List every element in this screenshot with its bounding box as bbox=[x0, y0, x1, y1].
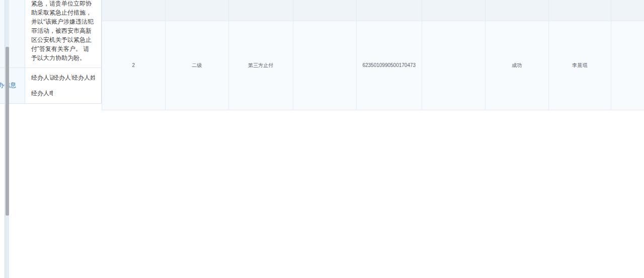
field-agent-id-type: 经办人证件类型：警官证 bbox=[31, 74, 53, 82]
page: 序号查询账号交易对方名称交易对方账卡号交易金额交易余额借贷标志交易类型交易是否成… bbox=[0, 0, 9, 9]
field-agent-name: 经办人姓名：李晨琨 bbox=[72, 74, 95, 82]
cell: 李晨琨 bbox=[548, 0, 611, 21]
form-row: 经办人证件类型：警官证 经办人证件号：051641 经办人姓名：李晨琨 bbox=[31, 70, 95, 86]
cell: 陕西省西安市公安局高新分局刑警大队 bbox=[611, 0, 644, 21]
group-content: 经办人证件类型：警官证 经办人证件号：051641 经办人姓名：李晨琨 经办人电… bbox=[25, 68, 101, 103]
cell: 第三方止付 bbox=[228, 21, 293, 110]
field-agent-id-number: 经办人证件号：051641 bbox=[53, 74, 72, 82]
cell: 6235010990500170473 bbox=[356, 21, 422, 110]
form-row: 经办人电话：029-86755430 bbox=[31, 86, 95, 101]
cell: 李晨琨 bbox=[548, 21, 611, 110]
multi-card-row: 1一级第三方止付中国农业银行6228412860827322819成功李晨琨陕西… bbox=[102, 0, 644, 21]
multi-card-row: 2二级第三方止付6235010990500170473成功李晨琨2022-11-… bbox=[102, 21, 644, 110]
cell: 1 bbox=[102, 0, 165, 21]
cell: 第三方止付 bbox=[228, 0, 293, 21]
field-agent-phone: 经办人电话：029-86755430 bbox=[31, 89, 53, 98]
cell: 二级 bbox=[165, 21, 228, 110]
cell bbox=[422, 21, 485, 110]
multi-card-table: 序号级别止付类型所属机构账号余额止付结果录入人录入单位录入时间 1一级第三方止付… bbox=[102, 0, 644, 110]
stop-payment-group: 止付 止付账号类别：个人 止付账户名：郭梦艳 止付账/卡号：6228450068… bbox=[0, 0, 101, 67]
cell bbox=[422, 0, 485, 21]
vertical-scrollbar[interactable] bbox=[5, 0, 9, 278]
cell: 中国农业银行 bbox=[293, 0, 356, 21]
cell: 6228412860827322819 bbox=[356, 0, 422, 21]
scrollbar-thumb[interactable] bbox=[6, 47, 9, 216]
cell: 一级 bbox=[165, 0, 228, 21]
cell: 成功 bbox=[485, 0, 548, 21]
cell: 成功 bbox=[485, 21, 548, 110]
cell bbox=[611, 21, 644, 110]
group-label: 止付 bbox=[0, 0, 25, 67]
cell bbox=[293, 21, 356, 110]
agent-info-group: 经办信息 经办人证件类型：警官证 经办人证件号：051641 经办人姓名：李晨琨… bbox=[0, 67, 101, 103]
group-content: 止付账号类别：个人 止付账户名：郭梦艳 止付账/卡号：6228450068040… bbox=[25, 0, 101, 67]
cell: 2 bbox=[102, 21, 165, 110]
group-label: 经办信息 bbox=[0, 68, 25, 103]
stop-payment-form: 止付 止付账号类别：个人 止付账户名：郭梦艳 止付账/卡号：6228450068… bbox=[0, 0, 102, 104]
stop-payment-reason: 止付事由：近期，我单位在接报刘妮被骗警情中，发现涉案人员利用贵单位相关账户 曹鸿… bbox=[31, 0, 95, 65]
